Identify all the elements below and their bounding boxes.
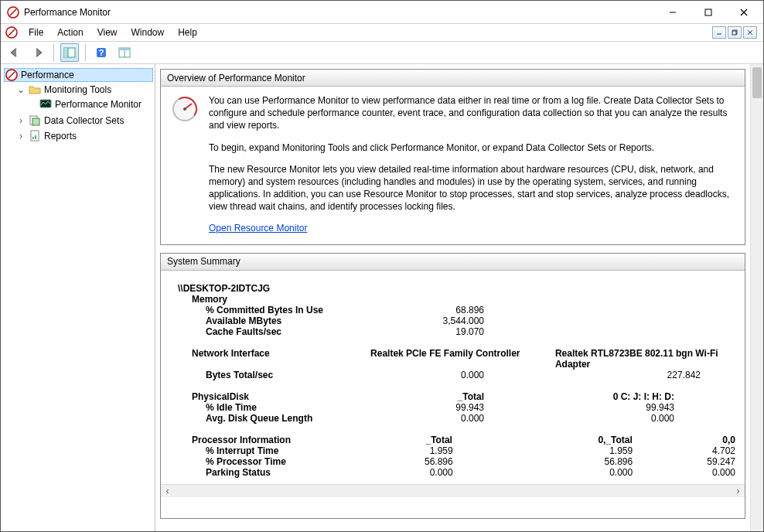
metric-value: 0.000 [551,467,633,478]
menu-action[interactable]: Action [51,26,89,39]
menu-window[interactable]: Window [125,26,171,39]
metric-value: 99.943 [582,402,674,413]
svg-rect-27 [32,137,34,139]
metric-name: Bytes Total/sec [206,370,376,380]
metric-row: Parking Status0.0000.0000.000 [170,467,735,478]
metric-value: 0.000 [376,370,484,380]
tree-label: Monitoring Tools [44,84,111,95]
vertical-scrollbar[interactable] [750,64,763,531]
tree-node-reports[interactable]: › Reports [15,129,153,143]
tree-node-performance-monitor[interactable]: Performance Monitor [26,97,153,111]
metric-name: % Processor Time [206,456,356,467]
data-collector-icon [29,114,41,127]
toolbar: ? [1,41,763,64]
app-menu-icon [5,26,18,39]
metric-value: 0.000 [376,413,484,424]
reports-icon [29,130,41,142]
mdi-close-button[interactable] [743,26,757,39]
section-physicaldisk: PhysicalDisk _Total 0 C: J: I: H: D: [170,391,735,402]
tree-node-performance[interactable]: Performance [4,68,153,82]
app-window: Performance Monitor File Action View Win… [0,0,764,532]
menu-help[interactable]: Help [172,26,203,39]
horizontal-scrollbar[interactable]: ‹ › [161,484,745,497]
metric-row: Avg. Disk Queue Length0.0000.000 [170,413,735,424]
menu-file[interactable]: File [22,26,49,39]
svg-rect-25 [32,118,39,125]
section-processor: Processor Information _Total 0,_Total 0,… [170,435,735,445]
menubar: File Action View Window Help [1,24,763,41]
metric-row: Cache Faults/sec19.070 [170,326,735,337]
metric-value: 59.247 [667,456,735,467]
collapse-icon[interactable]: ⌄ [16,84,26,95]
svg-rect-10 [732,31,736,35]
metric-name: Parking Status [206,467,356,478]
overview-paragraph: You can use Performance Monitor to view … [209,94,734,132]
metric-row: % Committed Bytes In Use68.896 [170,305,735,315]
scroll-left-icon[interactable]: ‹ [161,485,174,498]
minimize-button[interactable] [655,2,691,23]
expand-icon[interactable]: › [16,131,26,142]
system-summary-header: System Summary [161,254,745,271]
metric-value: 1.959 [356,445,452,456]
navigation-tree[interactable]: Performance ⌄ Monitoring Tools [1,64,155,531]
tree-node-monitoring-tools[interactable]: ⌄ Monitoring Tools [15,83,153,97]
metric-row: % Processor Time56.89656.89659.247 [170,456,735,467]
metric-row: % Interrupt Time1.9591.9594.702 [170,445,735,456]
show-hide-tree-button[interactable] [60,43,79,62]
tree-node-data-collector-sets[interactable]: › Data Collector Sets [15,114,153,128]
help-button[interactable]: ? [92,43,111,62]
svg-rect-19 [119,48,130,50]
metric-value: 3,544.000 [376,315,484,326]
window-title: Performance Monitor [24,7,655,18]
scroll-right-icon[interactable]: › [732,485,745,498]
maximize-button[interactable] [691,2,726,23]
metric-name: % Interrupt Time [206,445,356,456]
system-summary-panel: System Summary \\DESKTOP-2IDTCJG Memory … [160,253,745,520]
svg-rect-14 [64,48,68,57]
expand-icon[interactable]: › [16,115,26,126]
properties-button[interactable] [115,43,134,62]
tree-label: Performance [21,70,74,80]
mdi-restore-button[interactable] [728,26,742,39]
tree-label: Reports [44,131,77,142]
monitor-icon [39,98,52,111]
metric-value: 19.070 [376,326,484,337]
metric-value: 0.000 [667,467,735,478]
mdi-minimize-button[interactable] [712,26,726,39]
metric-value: 68.896 [376,305,484,315]
metric-name: % Committed Bytes In Use [206,305,376,315]
system-summary-body: \\DESKTOP-2IDTCJG Memory % Committed Byt… [161,271,745,519]
close-button[interactable] [726,2,762,23]
forward-button[interactable] [29,43,47,62]
metric-name: Cache Faults/sec [206,326,376,337]
overview-panel: Overview of Performance Monitor You can … [160,69,745,245]
svg-rect-3 [705,9,711,15]
metric-value: 99.943 [376,402,484,413]
back-button[interactable] [5,43,24,62]
menu-view[interactable]: View [91,26,124,39]
metric-value: 227.842 [484,370,701,380]
open-resource-monitor-link[interactable]: Open Resource Monitor [209,223,307,234]
metric-value: 0.000 [582,413,674,424]
metric-row: Bytes Total/sec0.000227.842 [170,370,735,380]
host-name: \\DESKTOP-2IDTCJG [170,283,735,294]
titlebar: Performance Monitor [1,1,763,24]
tree-label: Data Collector Sets [44,115,124,126]
overview-paragraph: The new Resource Monitor lets you view d… [209,163,734,213]
section-memory: Memory [170,294,735,305]
svg-rect-28 [35,135,36,139]
metric-value: 4.702 [667,445,735,456]
content-pane: Overview of Performance Monitor You can … [155,64,763,531]
scroll-thumb[interactable] [752,67,762,98]
folder-icon [29,84,41,96]
overview-header: Overview of Performance Monitor [161,70,745,87]
perfmon-icon [5,69,18,81]
svg-text:?: ? [99,48,104,57]
metric-value: 1.959 [551,445,633,456]
client-area: Performance ⌄ Monitoring Tools [1,64,763,531]
app-icon [7,6,19,19]
metric-name: Avg. Disk Queue Length [206,413,376,424]
metric-name: Available MBytes [206,315,376,326]
metric-row: Available MBytes3,544.000 [170,315,735,326]
mdi-controls [712,26,760,39]
